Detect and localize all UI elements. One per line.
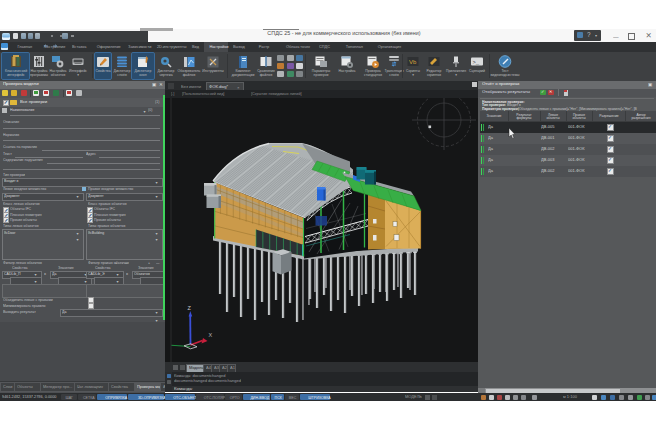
add-filter-icon[interactable]: + [148,261,150,265]
cross-icon[interactable] [628,395,633,400]
checkbox[interactable]: ✓ [87,217,93,223]
table-header-cell[interactable]: Левыеобъекты [540,111,567,121]
table-header-cell[interactable]: Результатформулы [508,111,541,121]
check-type-dropdown[interactable] [2,178,163,187]
status-toggle-отс-объект[interactable]: ОТС-ОБЪЕКТ [165,394,195,401]
sheet-list-icon[interactable] [173,365,178,370]
status-toggle-дин-ввод[interactable]: ДИН-ВВОД [243,394,270,401]
table-header-cell[interactable]: Правыеобъекты [566,111,593,121]
flag-icon[interactable] [66,90,72,96]
ribbon-tab-8[interactable]: Настройки [204,42,228,53]
output-dropdown[interactable] [60,309,163,318]
column-icon[interactable] [287,55,294,62]
input-underline[interactable] [99,157,160,158]
dropdown-caret-icon[interactable]: ▾ [155,237,157,242]
resolution-checkbox[interactable]: ✓ [607,135,614,142]
ribbon-app-icon[interactable] [1,43,8,50]
palette-tab-6[interactable]: Проверка моде... [134,382,161,392]
ribbon-tab-13[interactable]: Топоплан [340,42,366,53]
dropdown-caret-icon[interactable]: ▾ [155,310,157,315]
ribbon-button-интерфейс[interactable]: Интерфейс▾ [68,53,87,79]
command-input[interactable]: Команда: [172,386,478,393]
blue-icon[interactable] [652,395,656,400]
status-toggle-орто[interactable]: ОРТО [225,394,242,401]
close-icon[interactable]: ✕ [159,82,163,87]
updown-icon[interactable] [532,395,537,400]
resolution-checkbox[interactable]: ✓ [607,168,614,175]
eye-icon[interactable] [277,55,284,62]
bulb-icon[interactable] [489,395,494,400]
ribbon-tab-9[interactable]: Вывод [229,42,247,53]
folder-icon[interactable] [645,395,650,400]
redo-icon[interactable] [53,34,58,38]
model-space-label[interactable]: МОДЕЛЬ [405,395,422,399]
dropdown-caret-icon[interactable]: ▾ [143,109,145,114]
close-tab-icon[interactable]: × [237,85,239,89]
palette-tab-3[interactable]: Менеджер про... [40,382,75,392]
flag-icon[interactable] [564,90,568,96]
status-toggle-шаг[interactable]: ШАГ [61,394,77,401]
ribbon-button-проверка[interactable]: Проверкастандартов [359,53,386,79]
layout-icon[interactable] [425,395,430,400]
viewport-control-1[interactable]: [-] [171,92,174,96]
status-toggle-3d-опривязка[interactable]: 3D-ОПРИВЯЗКА [128,394,164,401]
table-row[interactable]: ДаДВ-002001-ФОК✓ [480,144,656,155]
close-button[interactable]: ✕ [646,32,652,40]
dropdown-caret-icon[interactable]: ▾ [76,194,78,199]
new-check-icon[interactable] [2,90,8,96]
pin-icon[interactable]: ▣ [648,82,652,87]
resolution-checkbox[interactable]: ✓ [607,146,614,153]
navigation-compass-icon[interactable] [412,98,476,150]
help-icon[interactable]: ? [587,32,591,38]
fail-filter-icon[interactable]: ✕ [548,90,554,96]
table-header-cell[interactable]: Разрешение [592,111,626,121]
notify-icon[interactable] [592,395,597,400]
ribbon-tab-6[interactable]: 2D-инструменты [149,42,184,53]
restore-button[interactable] [628,33,635,40]
ribbon-tab-14[interactable]: Организация [371,42,401,53]
publish-icon[interactable] [62,33,68,39]
dropdown-caret-icon[interactable]: ▾ [76,237,78,242]
dropdown-caret-icon[interactable]: ▾ [155,180,157,185]
qat-menu-caret-icon[interactable] [71,35,74,37]
stop-icon[interactable] [43,90,49,96]
status-toggle-пск[interactable]: ПСК [271,394,284,401]
viewport-control-3[interactable]: [Скрытие невидимых линий] [251,92,302,96]
locate-icon[interactable] [497,395,502,400]
palette-tab-4[interactable]: Чат-помощник [74,382,109,392]
undo-menu-caret-icon[interactable] [51,35,53,37]
group-icon[interactable] [53,90,59,96]
open-file-icon[interactable] [21,33,27,39]
ribbon-tab-1[interactable]: Главная [13,42,33,53]
redo-menu-caret-icon[interactable] [60,35,62,37]
tsquare-icon[interactable] [296,55,303,62]
resolution-checkbox[interactable]: ✓ [607,124,614,131]
zoom-icon[interactable] [619,395,624,400]
ribbon-button-комплект[interactable]: Комплектдокументации [229,53,256,79]
input-underline[interactable] [3,140,160,141]
list-icon[interactable] [513,395,518,400]
grid-icon[interactable] [610,395,615,400]
folder-icon[interactable] [11,90,17,96]
print-icon[interactable] [35,33,41,39]
globe-icon[interactable] [296,71,303,78]
ribbon-button-трансляция[interactable]: Трансляцияслоёв [387,53,401,79]
pin-icon[interactable] [481,395,486,400]
sheet-list-icon2[interactable] [180,365,185,370]
ribbon-tab-2[interactable]: Построение [38,42,64,53]
tree-row-all-checks[interactable]: ✓ Все проверки (1) [0,98,165,107]
doc-list-icon[interactable] [168,83,174,89]
resolution-checkbox[interactable]: ✓ [607,157,614,164]
ribbon-tab-12[interactable]: СПДС [315,42,333,53]
ribbon-button-приложения[interactable]: Приложения▾ [445,53,466,79]
left-palette-header[interactable]: Проверка модели ▣ ✕ [0,81,165,89]
cursor-icon[interactable] [505,395,510,400]
command-edit-icon[interactable] [167,380,171,384]
undo-icon[interactable] [43,34,48,38]
snap-icon[interactable] [601,395,606,400]
brush-icon[interactable] [277,63,284,70]
input-underline[interactable] [3,128,160,129]
right-palette-header[interactable]: Отчёт о проверках ▣ [478,81,656,89]
ribbon-button-параметры[interactable]: Параметрыпроверки [307,53,335,79]
help-menu-caret-icon[interactable]: ▾ [595,33,597,37]
